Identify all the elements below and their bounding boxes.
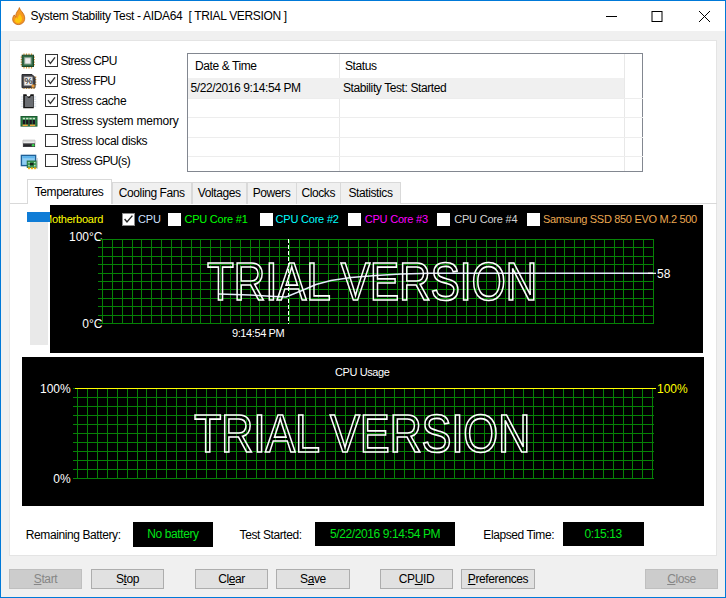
svg-text:%: %: [24, 76, 32, 86]
svg-text:TRIAL VERSION: TRIAL VERSION: [207, 255, 537, 307]
svg-text:TRIAL VERSION: TRIAL VERSION: [194, 407, 530, 459]
